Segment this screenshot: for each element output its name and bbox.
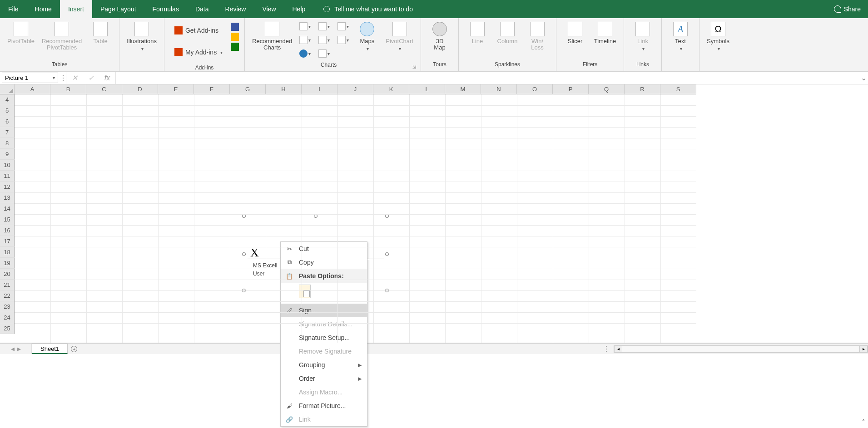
sparkline-column-button[interactable]: Column (492, 20, 522, 46)
row-header-12[interactable]: 12 (0, 182, 15, 192)
column-header-D[interactable]: D (122, 84, 158, 94)
table-button[interactable]: Table (85, 20, 115, 46)
maps-button[interactable]: Maps ▾ (352, 20, 382, 53)
recommended-charts-button[interactable]: Recommended Charts (248, 20, 296, 53)
ctx-order[interactable]: Order ▶ (281, 372, 367, 385)
link-button[interactable]: Link ▾ (628, 20, 658, 53)
row-header-5[interactable]: 5 (0, 105, 15, 116)
combo-chart-button[interactable]: ▾ (334, 34, 352, 46)
formula-input[interactable] (115, 72, 859, 84)
map3d-button[interactable]: 3D Map (425, 20, 455, 53)
column-header-Q[interactable]: Q (589, 84, 625, 94)
column-header-O[interactable]: O (517, 84, 553, 94)
cancel-button[interactable]: ✕ (66, 72, 83, 84)
menu-data[interactable]: Data (187, 0, 217, 18)
row-header-23[interactable]: 23 (0, 301, 15, 312)
share-button[interactable]: Share (834, 0, 861, 18)
scatter-chart-button[interactable]: ▾ (315, 47, 333, 60)
statistic-chart-button[interactable]: ▾ (315, 34, 333, 46)
column-header-E[interactable]: E (158, 84, 194, 94)
pie-chart-button[interactable]: ▾ (296, 47, 314, 60)
tab-hsplit-handle[interactable]: ⋮ (599, 344, 614, 353)
column-header-P[interactable]: P (553, 84, 589, 94)
menu-view[interactable]: View (254, 0, 284, 18)
column-header-L[interactable]: L (409, 84, 445, 94)
column-header-R[interactable]: R (625, 84, 660, 94)
illustrations-button[interactable]: Illustrations ▾ (123, 20, 160, 53)
row-header-16[interactable]: 16 (0, 225, 15, 236)
fx-icon[interactable]: fx (99, 72, 115, 84)
menu-home[interactable]: Home (27, 0, 60, 18)
timeline-button[interactable]: Timeline (590, 20, 620, 46)
pivotchart-button[interactable]: PivotChart ▾ (382, 20, 417, 53)
resize-handle[interactable] (242, 214, 246, 218)
ctx-grouping[interactable]: Grouping ▶ (281, 358, 367, 372)
menu-help[interactable]: Help (284, 0, 314, 18)
resize-handle[interactable] (314, 214, 317, 218)
row-header-14[interactable]: 14 (0, 203, 15, 214)
menu-page-layout[interactable]: Page Layout (92, 0, 144, 18)
row-header-11[interactable]: 11 (0, 171, 15, 182)
column-header-H[interactable]: H (266, 84, 302, 94)
charts-dialog-launcher[interactable]: ⇲ (412, 64, 419, 71)
text-button[interactable]: A Text ▾ (665, 20, 695, 53)
add-sheet-button[interactable]: + (68, 344, 80, 354)
row-header-6[interactable]: 6 (0, 116, 15, 127)
row-header-4[interactable]: 4 (0, 94, 15, 105)
column-header-S[interactable]: S (660, 84, 696, 94)
ctx-format-picture[interactable]: 🖌 Format Picture... (281, 399, 367, 413)
menu-review[interactable]: Review (217, 0, 254, 18)
row-header-8[interactable]: 8 (0, 138, 15, 149)
row-header-15[interactable]: 15 (0, 214, 15, 225)
ctx-cut[interactable]: ✂ Cut (281, 242, 367, 256)
bing-addin-icon[interactable] (231, 33, 239, 41)
column-header-F[interactable]: F (194, 84, 230, 94)
tell-me-search[interactable]: Tell me what you want to do (313, 0, 413, 18)
column-header-N[interactable]: N (481, 84, 517, 94)
row-header-20[interactable]: 20 (0, 269, 15, 280)
recommended-pivottables-button[interactable]: Recommended PivotTables (38, 20, 85, 53)
hierarchy-chart-button[interactable]: ▾ (315, 20, 333, 33)
hscroll-left-button[interactable]: ◂ (614, 346, 622, 352)
row-header-19[interactable]: 19 (0, 258, 15, 269)
row-header-10[interactable]: 10 (0, 160, 15, 171)
row-header-18[interactable]: 18 (0, 247, 15, 258)
collapse-ribbon-button[interactable]: ˄ (862, 418, 865, 427)
expand-formula-bar[interactable]: ⌄ (859, 72, 868, 84)
paste-keep-source-button[interactable] (299, 285, 311, 298)
ctx-sign[interactable]: 🖊 Sign... (281, 304, 367, 317)
row-header-9[interactable]: 9 (0, 149, 15, 160)
resize-handle[interactable] (385, 214, 389, 218)
horizontal-scrollbar[interactable]: ◂ ▸ (614, 345, 868, 353)
tab-nav[interactable]: ◂ ▸ (0, 344, 32, 354)
my-addins-button[interactable]: My Add-ins ▾ (171, 45, 226, 59)
tab-next-icon[interactable]: ▸ (17, 344, 21, 353)
enter-button[interactable]: ✓ (83, 72, 99, 84)
menu-formulas[interactable]: Formulas (144, 0, 187, 18)
column-header-M[interactable]: M (445, 84, 481, 94)
cells[interactable]: X MS Excell User ✂ Cut ⧉ Copy 📋 Past (15, 94, 696, 343)
sheet-tab-sheet1[interactable]: Sheet1 (32, 344, 68, 354)
row-header-22[interactable]: 22 (0, 290, 15, 301)
column-header-B[interactable]: B (50, 84, 86, 94)
column-header-G[interactable]: G (230, 84, 266, 94)
symbols-button[interactable]: Ω Symbols ▾ (703, 20, 733, 53)
namebox-dropdown-icon[interactable]: ▾ (53, 75, 55, 80)
line-chart-button[interactable]: ▾ (296, 34, 314, 46)
row-header-17[interactable]: 17 (0, 236, 15, 247)
column-header-J[interactable]: J (337, 84, 373, 94)
people-addin-icon[interactable] (231, 43, 239, 51)
hscroll-right-button[interactable]: ▸ (859, 346, 868, 352)
column-header-C[interactable]: C (86, 84, 122, 94)
menu-insert[interactable]: Insert (60, 0, 92, 18)
name-box[interactable]: Picture 1 ▾ (2, 73, 58, 83)
row-header-24[interactable]: 24 (0, 312, 15, 323)
formula-bar-split[interactable]: ⋮ (60, 72, 66, 84)
column-header-I[interactable]: I (302, 84, 337, 94)
resize-handle[interactable] (385, 252, 389, 256)
waterfall-chart-button[interactable]: ▾ (334, 20, 352, 33)
menu-file[interactable]: File (0, 0, 27, 18)
column-header-K[interactable]: K (373, 84, 409, 94)
column-chart-button[interactable]: ▾ (296, 20, 314, 33)
select-all-corner[interactable] (0, 84, 15, 94)
